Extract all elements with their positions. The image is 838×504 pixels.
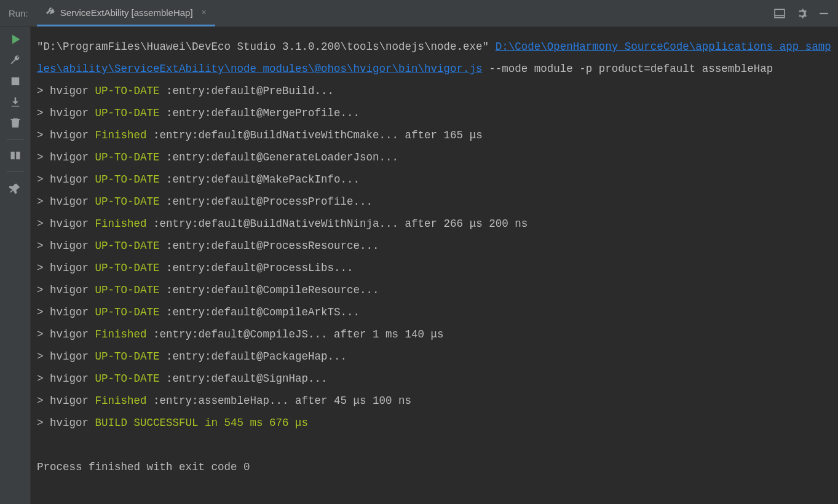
layout-icon[interactable] [774, 8, 785, 19]
log-line: > hvigor Finished :entry:default@BuildNa… [37, 213, 832, 235]
svg-rect-4 [10, 152, 14, 160]
download-log-icon[interactable] [9, 96, 22, 108]
log-line: > hvigor UP-TO-DATE :entry:default@MakeP… [37, 168, 832, 191]
log-line: > hvigor UP-TO-DATE :entry:default@Proce… [37, 191, 832, 213]
toolbar-divider [7, 139, 24, 140]
log-line: > hvigor UP-TO-DATE :entry:default@Packa… [37, 345, 832, 368]
log-line: > hvigor Finished :entry:default@BuildNa… [37, 124, 832, 146]
console-output[interactable]: "D:\ProgramFiles\Huawei\DevEco Studio 3.… [31, 27, 838, 504]
toolbar-divider [7, 171, 24, 172]
log-line: > hvigor Finished :entry:assembleHap... … [37, 390, 832, 412]
stop-icon[interactable] [9, 75, 22, 87]
tab-label: ServiceExtAbility [assembleHap] [60, 7, 193, 18]
run-label: Run: [0, 8, 37, 18]
exit-code-line: Process finished with exit code 0 [37, 456, 832, 478]
trash-icon[interactable] [9, 117, 22, 129]
wrench-icon[interactable] [9, 54, 22, 66]
log-line: > hvigor Finished :entry:default@Compile… [37, 323, 832, 345]
gear-icon[interactable] [796, 8, 807, 19]
log-line: > hvigor UP-TO-DATE :entry:default@Compi… [37, 279, 832, 301]
log-line: > hvigor UP-TO-DATE :entry:default@Proce… [37, 257, 832, 279]
log-line: > hvigor UP-TO-DATE :entry:default@Proce… [37, 235, 832, 257]
log-line: > hvigor UP-TO-DATE :entry:default@Gener… [37, 146, 832, 168]
run-toolbar [0, 27, 31, 504]
log-line: > hvigor UP-TO-DATE :entry:default@Merge… [37, 102, 832, 124]
close-tab-icon[interactable]: × [202, 7, 207, 17]
log-line: > hvigor UP-TO-DATE :entry:default@SignH… [37, 368, 832, 390]
log-line: > hvigor UP-TO-DATE :entry:default@PreBu… [37, 80, 832, 102]
log-line: > hvigor UP-TO-DATE :entry:default@Compi… [37, 301, 832, 323]
svg-rect-2 [820, 12, 828, 14]
pin-icon[interactable] [9, 182, 22, 194]
build-result-line: > hvigor BUILD SUCCESSFUL in 545 ms 676 … [37, 412, 832, 434]
svg-rect-3 [11, 77, 19, 85]
svg-rect-0 [775, 9, 785, 18]
layout-split-icon[interactable] [9, 149, 22, 162]
svg-rect-5 [16, 152, 20, 160]
command-line: "D:\ProgramFiles\Huawei\DevEco Studio 3.… [37, 41, 831, 75]
run-icon[interactable] [9, 33, 22, 45]
header-actions [774, 8, 838, 19]
minimize-icon[interactable] [818, 8, 829, 19]
run-panel-header: Run: ServiceExtAbility [assembleHap] × [0, 0, 838, 27]
build-icon [45, 7, 55, 17]
run-config-tab[interactable]: ServiceExtAbility [assembleHap] × [37, 0, 215, 26]
